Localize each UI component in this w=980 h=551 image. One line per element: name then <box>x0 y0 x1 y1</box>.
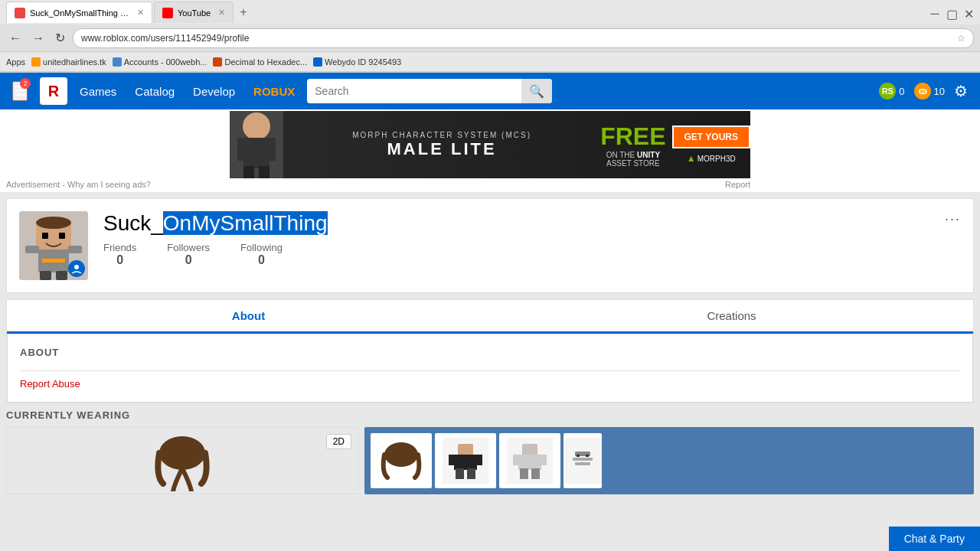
svg-point-19 <box>159 436 205 470</box>
svg-rect-26 <box>456 468 464 479</box>
wearing-content: 2D <box>6 427 974 494</box>
view-2d-button[interactable]: 2D <box>326 434 351 449</box>
window-controls: ─ ▢ ✕ <box>929 7 974 18</box>
bookmark-webydo[interactable]: Webydo ID 9245493 <box>313 57 401 67</box>
svg-rect-22 <box>458 444 473 456</box>
tab-favicon-roblox <box>15 8 25 18</box>
robux-balance[interactable]: RS 0 <box>879 83 904 99</box>
tab-creations[interactable]: Creations <box>490 300 973 331</box>
ad-footer: Advertisement - Why am I seeing ads? Rep… <box>0 178 980 191</box>
ad-unity: UNITY <box>637 151 660 159</box>
ad-get-button[interactable]: GET YOURS <box>672 126 750 148</box>
settings-button[interactable]: ⚙ <box>954 82 968 100</box>
svg-rect-6 <box>259 166 270 178</box>
svg-rect-37 <box>573 458 593 461</box>
more-options-button[interactable]: ··· <box>945 211 961 227</box>
person-icon <box>71 263 82 274</box>
svg-rect-24 <box>449 455 456 465</box>
profile-username: Suck_OnMySmallThing <box>103 211 961 236</box>
roblox-header: ☰ 2 R Games Catalog Develop ROBUX 🔍 RS 0… <box>0 73 980 109</box>
thumbnail-item-3[interactable] <box>564 433 602 488</box>
tab-favicon-youtube <box>162 8 173 18</box>
profile-tabs-section: About Creations ABOUT Report Abuse <box>6 299 974 403</box>
nav-games[interactable]: Games <box>80 85 116 98</box>
site-content: Suck_OnMySmallThing Friends 0 Followers … <box>0 198 980 500</box>
reload-button[interactable]: ↻ <box>52 29 68 47</box>
svg-rect-15 <box>40 271 51 280</box>
followers-count: 0 <box>185 253 192 267</box>
profile-tabs-nav: About Creations <box>7 300 973 334</box>
thumbnail-item3-svg <box>564 438 602 484</box>
ad-right-section: FREE ON THE UNITY ASSET STORE GET YOURS … <box>600 122 750 168</box>
thumbnail-hair[interactable] <box>371 433 432 488</box>
bookmark-unitedhairlines[interactable]: unitedhairlines.tk <box>31 57 106 67</box>
report-abuse-link[interactable]: Report Abuse <box>20 378 80 390</box>
tickets-balance[interactable]: 🎟 10 <box>914 83 945 99</box>
ad-container: MORPH CHARACTER SYSTEM (MCS) MALE LITE F… <box>0 109 980 192</box>
ad-banner: MORPH CHARACTER SYSTEM (MCS) MALE LITE F… <box>230 111 750 178</box>
avatar-wrap <box>19 211 88 280</box>
ad-character <box>230 111 283 178</box>
currently-wearing-title: CURRENTLY WEARING <box>6 409 974 421</box>
username-highlight: OnMySmallThing <box>163 211 328 235</box>
svg-point-1 <box>243 112 270 140</box>
svg-rect-32 <box>540 455 547 465</box>
svg-rect-14 <box>68 246 82 253</box>
ad-free-section: FREE ON THE UNITY ASSET STORE <box>600 122 665 168</box>
close-button[interactable]: ✕ <box>963 7 974 18</box>
following-label: Following <box>240 242 283 253</box>
tickets-value: 10 <box>934 86 945 97</box>
nav-develop[interactable]: Develop <box>193 85 235 98</box>
svg-rect-5 <box>243 166 254 178</box>
ad-morph3d-text: MORPH3D <box>697 155 736 163</box>
nav-bar: ← → ↻ www.roblox.com/users/111452949/pro… <box>0 24 980 52</box>
tab-youtube[interactable]: YouTube ✕ <box>154 2 234 23</box>
svg-rect-16 <box>56 271 67 280</box>
maximize-button[interactable]: ▢ <box>946 7 957 18</box>
tab-roblox[interactable]: Suck_OnMySmallThing - R... ✕ <box>6 2 152 23</box>
bookmark-accounts[interactable]: Accounts - 000webh... <box>113 57 207 67</box>
tab-close-roblox[interactable]: ✕ <box>137 8 144 18</box>
thumbnail-char2-svg <box>507 438 553 484</box>
nav-catalog[interactable]: Catalog <box>135 85 175 98</box>
search-button[interactable]: 🔍 <box>521 79 552 103</box>
browser-chrome: Suck_OnMySmallThing - R... ✕ YouTube ✕ +… <box>0 0 980 73</box>
ad-cta: GET YOURS ▲ MORPH3D <box>672 126 750 164</box>
friends-label: Friends <box>103 242 136 253</box>
tab-close-youtube[interactable]: ✕ <box>218 8 225 18</box>
about-title: ABOUT <box>20 347 960 358</box>
hamburger-wrap: ☰ 2 <box>12 81 28 101</box>
ad-report[interactable]: Report <box>725 180 750 189</box>
robux-icon: RS <box>879 83 896 99</box>
bookmark-unitedhairlines-label: unitedhairlines.tk <box>43 57 106 67</box>
search-bar: 🔍 <box>307 79 552 103</box>
svg-rect-13 <box>25 246 39 253</box>
new-tab-button[interactable]: + <box>235 4 251 21</box>
svg-rect-31 <box>513 455 520 465</box>
hair-item-svg <box>152 430 213 491</box>
profile-section: Suck_OnMySmallThing Friends 0 Followers … <box>6 198 974 293</box>
title-bar: Suck_OnMySmallThing - R... ✕ YouTube ✕ +… <box>0 0 980 24</box>
address-bar[interactable]: www.roblox.com/users/111452949/profile ☆ <box>73 28 974 48</box>
bookmark-decimal[interactable]: Decimal to Hexadec... <box>213 57 307 67</box>
chat-party-button[interactable]: Chat & Party <box>889 527 980 551</box>
nav-robux[interactable]: ROBUX <box>253 85 295 98</box>
minimize-button[interactable]: ─ <box>929 7 940 18</box>
svg-rect-12 <box>59 233 65 239</box>
thumbnail-character-1[interactable] <box>435 433 496 488</box>
robux-value: 0 <box>899 86 904 97</box>
forward-button[interactable]: → <box>29 30 47 47</box>
roblox-logo[interactable]: R <box>40 77 67 105</box>
star-icon[interactable]: ☆ <box>957 33 965 44</box>
svg-point-18 <box>74 265 79 269</box>
tab-title-roblox: Suck_OnMySmallThing - R... <box>30 8 129 18</box>
bookmark-apps[interactable]: Apps <box>6 57 25 67</box>
nav-links: Games Catalog Develop ROBUX <box>80 85 295 98</box>
thumbnail-character-2[interactable] <box>499 433 560 488</box>
svg-rect-29 <box>522 444 537 456</box>
svg-rect-38 <box>575 462 590 465</box>
friends-stat: Friends 0 <box>103 242 136 267</box>
search-input[interactable] <box>307 85 521 97</box>
back-button[interactable]: ← <box>6 30 24 47</box>
tab-about[interactable]: About <box>7 300 490 331</box>
